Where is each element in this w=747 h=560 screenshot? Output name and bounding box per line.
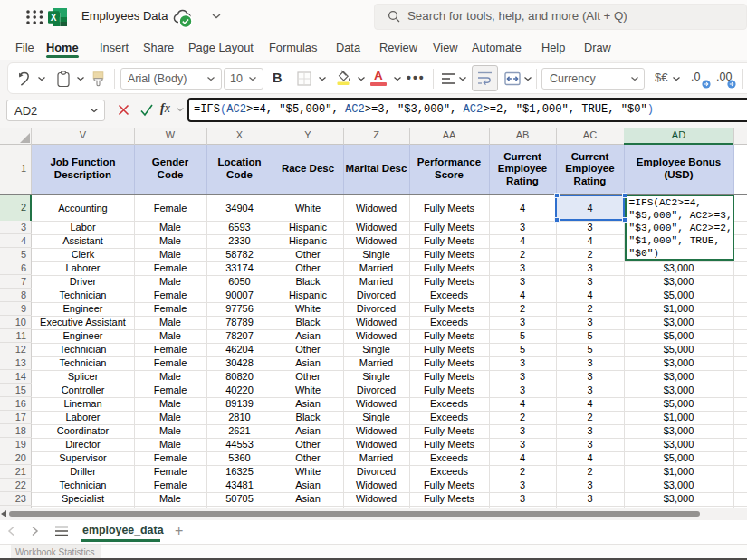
svg-text:X: X: [51, 13, 57, 23]
